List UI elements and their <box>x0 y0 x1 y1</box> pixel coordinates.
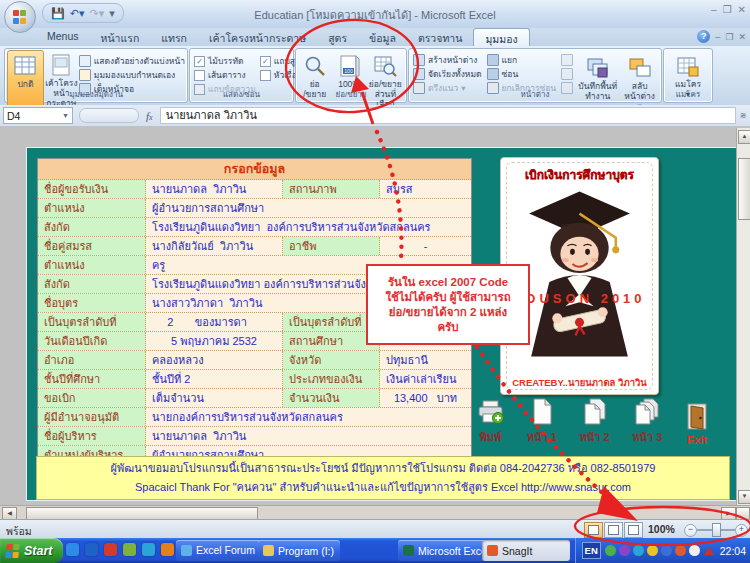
zoom-slider[interactable]: − + <box>684 522 748 536</box>
vertical-scroll-thumb[interactable] <box>738 158 750 220</box>
form-value-cell[interactable]: 2 ของมารดา <box>146 313 283 331</box>
task-label: Program (I:) <box>278 545 334 557</box>
form-value-cell[interactable]: นายกองค์การบริหารส่วนจังหวัดสกลนคร <box>146 408 471 426</box>
form-value-cell[interactable]: 5 พฤษภาคม 2532 <box>146 332 283 350</box>
quick-launch-icon[interactable] <box>123 543 136 556</box>
scroll-down-icon[interactable]: ▼ <box>738 490 750 504</box>
card-button-หน้า 3[interactable]: หน้า 3 <box>632 397 662 446</box>
status-normal-view-button[interactable] <box>584 522 603 538</box>
form-value-cell[interactable]: สมรส <box>380 180 471 198</box>
card-button-label: พิมพ์ <box>480 428 502 446</box>
checkbox-icon[interactable] <box>194 70 205 81</box>
start-button[interactable]: Start <box>0 538 63 563</box>
status-page-break-button[interactable] <box>624 522 643 538</box>
zoom-in-icon[interactable]: + <box>735 524 748 537</box>
ribbon: ปกติ เค้าโครงหน้ากระดาษ แสดงตัวอย่างตัวแ… <box>0 46 750 106</box>
expand-formula-bar-icon[interactable]: ≋ <box>736 111 750 120</box>
workbook-restore-button[interactable]: ❐ <box>725 32 733 42</box>
close-button[interactable]: ✕ <box>738 4 746 15</box>
quick-launch-icon[interactable] <box>161 543 174 556</box>
zoom-level-text[interactable]: 100% <box>648 523 675 535</box>
tray-icon[interactable] <box>675 545 686 556</box>
graduate-girl-image <box>509 182 650 360</box>
form-value-cell[interactable]: ชั้นปีที่ 2 <box>146 370 283 388</box>
form-value-cell[interactable]: ผู้อำนวยการสถานศึกษา <box>146 199 471 217</box>
arrange-all-button[interactable]: จัดเรียงทั้งหมด <box>413 67 482 80</box>
tray-icon[interactable] <box>619 545 630 556</box>
synchronous-scrolling-icon[interactable] <box>561 68 573 80</box>
workbook-minimize-button[interactable]: – <box>715 32 720 42</box>
formula-input[interactable]: นายนภาดล วิภาวิน <box>160 107 736 124</box>
form-value-cell[interactable]: เงินค่าเล่าเรียน <box>380 370 471 388</box>
quick-launch-icon[interactable] <box>85 543 98 556</box>
checkbox-icon[interactable]: ✓ <box>194 56 205 67</box>
taskbar-task-Program (I:)[interactable]: Program (I:) <box>258 540 340 561</box>
view-side-by-side-icon[interactable] <box>561 54 573 66</box>
insert-function-icon[interactable]: fx <box>146 110 153 122</box>
taskbar-task-SnagIt[interactable]: SnagIt <box>482 540 570 561</box>
tray-icon[interactable] <box>633 545 644 556</box>
tab-ตรวจทาน[interactable]: ตรวจทาน <box>407 28 474 46</box>
quick-launch-icon[interactable] <box>104 543 117 556</box>
tray-up-arrow-icon[interactable] <box>704 547 714 555</box>
page-break-preview-button[interactable]: แสดงตัวอย่างตัวแบ่งหน้า <box>79 54 185 67</box>
form-value-cell[interactable]: นายนภาดล วิภาวิน <box>146 180 283 198</box>
zoom-out-icon[interactable]: − <box>684 524 697 537</box>
tab-Menus[interactable]: Menus <box>36 28 90 46</box>
form-row: สังกัดโรงเรียนภูดินแดงวิทยา องค์การบริหา… <box>38 218 471 237</box>
quick-launch-icon[interactable] <box>66 543 79 556</box>
checkbox-icon[interactable] <box>260 70 271 81</box>
card-button-หน้า 1[interactable]: หน้า 1 <box>527 397 557 446</box>
card-button-พิมพ์[interactable]: พิมพ์ <box>477 397 504 446</box>
workbook-close-button[interactable]: ✕ <box>738 32 746 42</box>
card-credit-text: CREATEBY..นายนภาดล วิภาวิน <box>501 375 658 390</box>
exit-button-Exit[interactable]: Exit <box>685 397 709 446</box>
tray-icon[interactable] <box>661 545 672 556</box>
form-label-cell: สถานภาพ <box>283 180 380 198</box>
language-indicator[interactable]: EN <box>582 542 601 559</box>
card-button-หน้า 2[interactable]: หน้า 2 <box>579 397 609 446</box>
scroll-up-icon[interactable]: ▲ <box>738 130 750 144</box>
new-window-button[interactable]: สร้างหน้าต่าง <box>413 53 482 66</box>
form-value-cell[interactable]: นางกิลัยวัณย์ วิภาวิน <box>146 237 283 255</box>
form-value-cell[interactable]: คลองหลวง <box>146 351 283 369</box>
restore-button[interactable]: ❐ <box>723 4 732 15</box>
system-tray: EN 22:04 <box>575 538 750 563</box>
form-value-cell[interactable]: ปทุมธานี <box>380 351 471 369</box>
taskbar-task-Excel Forum • แสด...[interactable]: Excel Forum • แสด... <box>176 540 264 561</box>
split-button[interactable]: แยก <box>487 53 557 66</box>
form-value-cell[interactable]: นายนภาดล วิภาวิน <box>146 427 471 445</box>
tab-เค้าโครงหน้ากระดาษ[interactable]: เค้าโครงหน้ากระดาษ <box>198 28 317 46</box>
form-value-cell[interactable]: เต็มจำนวน <box>146 389 283 407</box>
vertical-scrollbar[interactable]: ▲ ▼ <box>736 128 750 505</box>
tab-สูตร[interactable]: สูตร <box>317 28 358 46</box>
tab-active-มุมมอง[interactable]: มุมมอง <box>473 28 529 46</box>
office-button[interactable] <box>4 1 36 33</box>
tab-หน้าแรก[interactable]: หน้าแรก <box>90 28 151 46</box>
view-shortcut-buttons <box>584 522 643 538</box>
tab-ข้อมูล[interactable]: ข้อมูล <box>358 28 407 46</box>
form-value-cell[interactable]: โรงเรียนภูดินแดงวิทยา องค์การบริหารส่วนจ… <box>146 218 471 236</box>
quick-launch-icon[interactable] <box>142 543 155 556</box>
name-box[interactable]: D4▼ <box>3 107 73 124</box>
tray-icon[interactable] <box>647 545 658 556</box>
help-icon[interactable]: ? <box>697 30 710 43</box>
show-hide-option[interactable]: เส้นตาราง <box>194 68 256 82</box>
hide-button[interactable]: ซ่อน <box>487 67 557 80</box>
horizontal-scrollbar[interactable]: ◀ ▶ <box>0 505 750 520</box>
form-row: ชื่อผู้บริหารนายนภาดล วิภาวิน <box>38 427 471 446</box>
tab-แทรก[interactable]: แทรก <box>150 28 198 46</box>
tray-icon[interactable] <box>689 545 700 556</box>
checkbox-icon[interactable]: ✓ <box>260 56 271 67</box>
tray-icon[interactable] <box>605 545 616 556</box>
taskbar-task-Microsoft Excel - Ed...[interactable]: Microsoft Excel - Ed... <box>398 540 488 561</box>
custom-views-button[interactable]: มุมมองแบบกำหนดเอง <box>79 68 185 81</box>
zoom-slider-thumb[interactable] <box>712 523 721 537</box>
form-value-cell[interactable]: 13,400 บาท <box>380 389 471 407</box>
name-box-dropdown-icon[interactable]: ▼ <box>62 112 69 119</box>
switch-windows-button[interactable]: สลับ หน้าต่าง ▾ <box>622 53 657 111</box>
minimize-button[interactable]: – <box>711 4 717 15</box>
show-hide-option[interactable]: ✓ไม้บรรทัด <box>194 54 256 68</box>
status-page-layout-button[interactable] <box>604 522 623 538</box>
form-value-cell[interactable]: - <box>380 237 471 255</box>
